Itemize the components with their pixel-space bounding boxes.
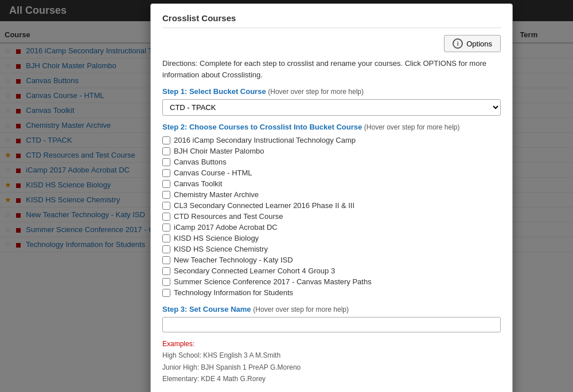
checkbox-item: Chemistry Master Archive	[162, 189, 501, 200]
course-checkbox[interactable]	[162, 245, 170, 253]
course-checkbox[interactable]	[162, 147, 170, 155]
course-checkbox-label: CL3 Secondary Connected Learner 2016 Pha…	[174, 201, 354, 210]
step2-link[interactable]: Step 2: Choose Courses to Crosslist Into…	[162, 123, 362, 131]
checkbox-item: Canvas Toolkit	[162, 178, 501, 189]
course-checkbox-label: Secondary Connected Learner Cohort 4 Gro…	[174, 266, 335, 275]
examples-title: Examples:	[162, 340, 194, 348]
step3-label: Step 3: Set Course Name (Hover over step…	[162, 305, 501, 313]
checkbox-item: Secondary Connected Learner Cohort 4 Gro…	[162, 265, 501, 276]
modal-title: Crosslist Courses	[162, 13, 501, 28]
course-checkbox[interactable]	[162, 136, 170, 144]
course-checkbox[interactable]	[162, 213, 170, 221]
checkbox-item: BJH Choir Master Palombo	[162, 146, 501, 156]
checkbox-item: CTD Resources and Test Course	[162, 211, 501, 222]
course-checkbox[interactable]	[162, 191, 170, 199]
course-checkbox[interactable]	[162, 180, 170, 188]
crosslist-modal: Crosslist Courses i Options Directions: …	[150, 3, 513, 392]
course-checkbox-label: KISD HS Science Chemistry	[174, 245, 268, 253]
options-label: Options	[466, 40, 492, 48]
bucket-course-select[interactable]: CTD - TPACK	[162, 99, 501, 116]
step3-hover: (Hover over step for more help)	[253, 305, 349, 313]
course-checkbox-label: Canvas Course - HTML	[174, 168, 252, 177]
course-checkbox-label: Summer Science Conference 2017 - Canvas …	[174, 277, 372, 286]
course-name-input[interactable]	[162, 317, 501, 332]
course-checkbox-label: Canvas Buttons	[174, 158, 227, 166]
course-checkbox[interactable]	[162, 169, 170, 177]
options-button[interactable]: i Options	[444, 35, 501, 52]
checkbox-item: KISD HS Science Chemistry	[162, 244, 501, 254]
step1-label: Step 1: Select Bucket Course (Hover over…	[162, 87, 501, 96]
course-checkbox[interactable]	[162, 234, 170, 242]
step1-select-row: CTD - TPACK	[162, 99, 501, 116]
course-checkbox-label: CTD Resources and Test Course	[174, 212, 283, 221]
example-line-2: Junior High: BJH Spanish 1 PreAP G.Moren…	[162, 363, 301, 371]
course-checkbox-label: Canvas Toolkit	[174, 179, 222, 188]
example-line-3: Elementary: KDE 4 Math G.Rorey	[162, 375, 266, 383]
step2-hover: (Hover over step for more help)	[364, 123, 460, 131]
course-checkbox[interactable]	[162, 158, 170, 166]
checkbox-item: New Teacher Technology - Katy ISD	[162, 254, 501, 265]
course-checkbox-label: Chemistry Master Archive	[174, 190, 259, 199]
directions-text: Directions: Complete for each step to cr…	[162, 58, 501, 80]
checkbox-item: Technology Information for Students	[162, 287, 501, 298]
courses-checkbox-list: 2016 iCamp Secondary Instructional Techn…	[162, 135, 501, 298]
course-checkbox-label: BJH Choir Master Palombo	[174, 147, 264, 155]
step3-section: Step 3: Set Course Name (Hover over step…	[162, 305, 501, 332]
course-checkbox-label: KISD HS Science Biology	[174, 234, 259, 242]
step1-hover: (Hover over step for more help)	[268, 88, 364, 96]
checkbox-item: 2016 iCamp Secondary Instructional Techn…	[162, 135, 501, 146]
course-checkbox[interactable]	[162, 224, 170, 232]
checkbox-item: KISD HS Science Biology	[162, 233, 501, 244]
options-row: i Options	[162, 35, 501, 52]
checkbox-item: CL3 Secondary Connected Learner 2016 Pha…	[162, 200, 501, 211]
course-checkbox[interactable]	[162, 256, 170, 264]
checkbox-item: iCamp 2017 Adobe Acrobat DC	[162, 222, 501, 233]
checkbox-item: Canvas Buttons	[162, 156, 501, 167]
step2-label: Step 2: Choose Courses to Crosslist Into…	[162, 123, 501, 131]
info-icon: i	[453, 38, 463, 49]
course-checkbox[interactable]	[162, 278, 170, 286]
course-checkbox[interactable]	[162, 202, 170, 210]
course-checkbox[interactable]	[162, 267, 170, 275]
course-checkbox-label: New Teacher Technology - Katy ISD	[174, 256, 293, 264]
course-checkbox-label: iCamp 2017 Adobe Acrobat DC	[174, 223, 278, 232]
examples-section: Examples: High School: KHS English 3 A M…	[162, 338, 501, 385]
example-line-1: High School: KHS English 3 A M.Smith	[162, 351, 280, 359]
course-checkbox[interactable]	[162, 289, 170, 297]
course-checkbox-label: 2016 iCamp Secondary Instructional Techn…	[174, 136, 356, 144]
step3-link[interactable]: Step 3: Set Course Name	[162, 305, 251, 313]
checkbox-item: Canvas Course - HTML	[162, 167, 501, 178]
checkbox-item: Summer Science Conference 2017 - Canvas …	[162, 276, 501, 287]
step1-link[interactable]: Step 1: Select Bucket Course	[162, 87, 266, 96]
course-checkbox-label: Technology Information for Students	[174, 288, 293, 297]
